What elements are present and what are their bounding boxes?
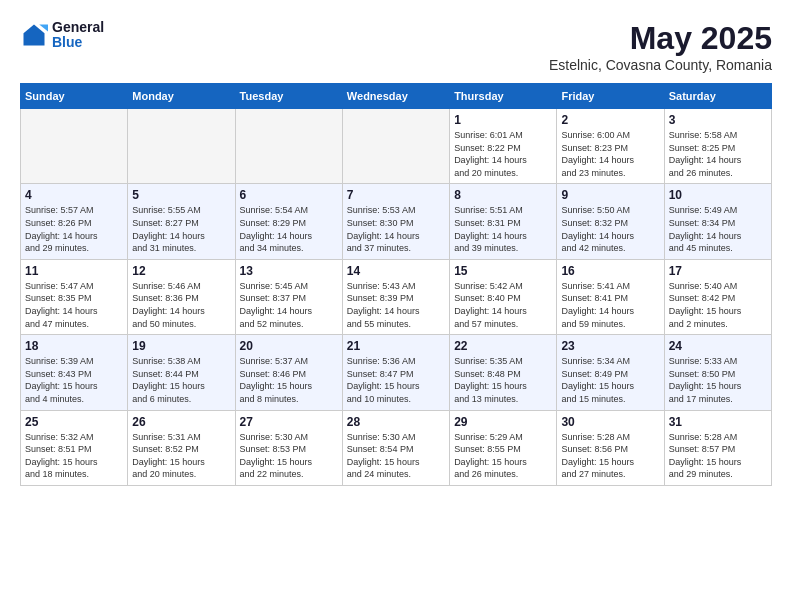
location-subtitle: Estelnic, Covasna County, Romania xyxy=(549,57,772,73)
day-info: Sunrise: 5:43 AM Sunset: 8:39 PM Dayligh… xyxy=(347,280,445,330)
calendar-cell xyxy=(235,109,342,184)
day-number: 9 xyxy=(561,188,659,202)
day-number: 26 xyxy=(132,415,230,429)
day-info: Sunrise: 5:30 AM Sunset: 8:53 PM Dayligh… xyxy=(240,431,338,481)
calendar-cell: 2Sunrise: 6:00 AM Sunset: 8:23 PM Daylig… xyxy=(557,109,664,184)
day-info: Sunrise: 5:30 AM Sunset: 8:54 PM Dayligh… xyxy=(347,431,445,481)
day-info: Sunrise: 5:41 AM Sunset: 8:41 PM Dayligh… xyxy=(561,280,659,330)
month-year-title: May 2025 xyxy=(549,20,772,57)
day-info: Sunrise: 5:50 AM Sunset: 8:32 PM Dayligh… xyxy=(561,204,659,254)
calendar-cell: 11Sunrise: 5:47 AM Sunset: 8:35 PM Dayli… xyxy=(21,259,128,334)
calendar-cell: 14Sunrise: 5:43 AM Sunset: 8:39 PM Dayli… xyxy=(342,259,449,334)
day-number: 24 xyxy=(669,339,767,353)
day-number: 17 xyxy=(669,264,767,278)
day-info: Sunrise: 5:39 AM Sunset: 8:43 PM Dayligh… xyxy=(25,355,123,405)
logo: General Blue xyxy=(20,20,104,51)
logo-general-text: General xyxy=(52,20,104,35)
logo-icon xyxy=(20,21,48,49)
day-info: Sunrise: 5:45 AM Sunset: 8:37 PM Dayligh… xyxy=(240,280,338,330)
calendar-header-wednesday: Wednesday xyxy=(342,84,449,109)
day-info: Sunrise: 6:01 AM Sunset: 8:22 PM Dayligh… xyxy=(454,129,552,179)
day-number: 1 xyxy=(454,113,552,127)
day-info: Sunrise: 5:32 AM Sunset: 8:51 PM Dayligh… xyxy=(25,431,123,481)
day-number: 7 xyxy=(347,188,445,202)
title-block: May 2025 Estelnic, Covasna County, Roman… xyxy=(549,20,772,73)
day-info: Sunrise: 5:53 AM Sunset: 8:30 PM Dayligh… xyxy=(347,204,445,254)
calendar-cell: 16Sunrise: 5:41 AM Sunset: 8:41 PM Dayli… xyxy=(557,259,664,334)
calendar-week-row: 1Sunrise: 6:01 AM Sunset: 8:22 PM Daylig… xyxy=(21,109,772,184)
day-info: Sunrise: 5:35 AM Sunset: 8:48 PM Dayligh… xyxy=(454,355,552,405)
day-info: Sunrise: 5:42 AM Sunset: 8:40 PM Dayligh… xyxy=(454,280,552,330)
day-number: 6 xyxy=(240,188,338,202)
calendar-cell: 15Sunrise: 5:42 AM Sunset: 8:40 PM Dayli… xyxy=(450,259,557,334)
day-info: Sunrise: 5:38 AM Sunset: 8:44 PM Dayligh… xyxy=(132,355,230,405)
day-info: Sunrise: 5:47 AM Sunset: 8:35 PM Dayligh… xyxy=(25,280,123,330)
calendar-cell: 3Sunrise: 5:58 AM Sunset: 8:25 PM Daylig… xyxy=(664,109,771,184)
calendar-cell: 8Sunrise: 5:51 AM Sunset: 8:31 PM Daylig… xyxy=(450,184,557,259)
calendar-cell: 31Sunrise: 5:28 AM Sunset: 8:57 PM Dayli… xyxy=(664,410,771,485)
day-info: Sunrise: 5:55 AM Sunset: 8:27 PM Dayligh… xyxy=(132,204,230,254)
calendar-header-thursday: Thursday xyxy=(450,84,557,109)
day-info: Sunrise: 5:36 AM Sunset: 8:47 PM Dayligh… xyxy=(347,355,445,405)
day-number: 14 xyxy=(347,264,445,278)
day-info: Sunrise: 5:34 AM Sunset: 8:49 PM Dayligh… xyxy=(561,355,659,405)
calendar-cell: 28Sunrise: 5:30 AM Sunset: 8:54 PM Dayli… xyxy=(342,410,449,485)
day-info: Sunrise: 5:46 AM Sunset: 8:36 PM Dayligh… xyxy=(132,280,230,330)
calendar-cell: 26Sunrise: 5:31 AM Sunset: 8:52 PM Dayli… xyxy=(128,410,235,485)
calendar-cell: 30Sunrise: 5:28 AM Sunset: 8:56 PM Dayli… xyxy=(557,410,664,485)
day-info: Sunrise: 5:31 AM Sunset: 8:52 PM Dayligh… xyxy=(132,431,230,481)
calendar-cell: 6Sunrise: 5:54 AM Sunset: 8:29 PM Daylig… xyxy=(235,184,342,259)
calendar-cell: 29Sunrise: 5:29 AM Sunset: 8:55 PM Dayli… xyxy=(450,410,557,485)
day-info: Sunrise: 5:28 AM Sunset: 8:56 PM Dayligh… xyxy=(561,431,659,481)
day-number: 22 xyxy=(454,339,552,353)
calendar-cell: 1Sunrise: 6:01 AM Sunset: 8:22 PM Daylig… xyxy=(450,109,557,184)
day-info: Sunrise: 5:37 AM Sunset: 8:46 PM Dayligh… xyxy=(240,355,338,405)
day-info: Sunrise: 5:54 AM Sunset: 8:29 PM Dayligh… xyxy=(240,204,338,254)
day-info: Sunrise: 5:58 AM Sunset: 8:25 PM Dayligh… xyxy=(669,129,767,179)
calendar-week-row: 11Sunrise: 5:47 AM Sunset: 8:35 PM Dayli… xyxy=(21,259,772,334)
calendar-cell: 19Sunrise: 5:38 AM Sunset: 8:44 PM Dayli… xyxy=(128,335,235,410)
calendar-week-row: 4Sunrise: 5:57 AM Sunset: 8:26 PM Daylig… xyxy=(21,184,772,259)
calendar-cell: 9Sunrise: 5:50 AM Sunset: 8:32 PM Daylig… xyxy=(557,184,664,259)
day-info: Sunrise: 6:00 AM Sunset: 8:23 PM Dayligh… xyxy=(561,129,659,179)
day-number: 16 xyxy=(561,264,659,278)
day-number: 2 xyxy=(561,113,659,127)
page-header: General Blue May 2025 Estelnic, Covasna … xyxy=(20,20,772,73)
day-number: 21 xyxy=(347,339,445,353)
day-number: 23 xyxy=(561,339,659,353)
calendar-cell xyxy=(128,109,235,184)
day-info: Sunrise: 5:28 AM Sunset: 8:57 PM Dayligh… xyxy=(669,431,767,481)
calendar-cell: 23Sunrise: 5:34 AM Sunset: 8:49 PM Dayli… xyxy=(557,335,664,410)
calendar-cell: 21Sunrise: 5:36 AM Sunset: 8:47 PM Dayli… xyxy=(342,335,449,410)
day-number: 13 xyxy=(240,264,338,278)
day-number: 28 xyxy=(347,415,445,429)
day-number: 4 xyxy=(25,188,123,202)
calendar-cell xyxy=(21,109,128,184)
day-number: 12 xyxy=(132,264,230,278)
calendar-header-sunday: Sunday xyxy=(21,84,128,109)
day-number: 20 xyxy=(240,339,338,353)
logo-blue-text: Blue xyxy=(52,35,104,50)
calendar-cell: 4Sunrise: 5:57 AM Sunset: 8:26 PM Daylig… xyxy=(21,184,128,259)
calendar-cell: 24Sunrise: 5:33 AM Sunset: 8:50 PM Dayli… xyxy=(664,335,771,410)
day-info: Sunrise: 5:33 AM Sunset: 8:50 PM Dayligh… xyxy=(669,355,767,405)
day-number: 31 xyxy=(669,415,767,429)
day-number: 29 xyxy=(454,415,552,429)
calendar-cell: 20Sunrise: 5:37 AM Sunset: 8:46 PM Dayli… xyxy=(235,335,342,410)
calendar-cell: 18Sunrise: 5:39 AM Sunset: 8:43 PM Dayli… xyxy=(21,335,128,410)
calendar-cell: 22Sunrise: 5:35 AM Sunset: 8:48 PM Dayli… xyxy=(450,335,557,410)
calendar-cell: 7Sunrise: 5:53 AM Sunset: 8:30 PM Daylig… xyxy=(342,184,449,259)
day-number: 18 xyxy=(25,339,123,353)
svg-marker-0 xyxy=(24,25,45,46)
calendar-cell: 12Sunrise: 5:46 AM Sunset: 8:36 PM Dayli… xyxy=(128,259,235,334)
calendar-cell: 10Sunrise: 5:49 AM Sunset: 8:34 PM Dayli… xyxy=(664,184,771,259)
day-info: Sunrise: 5:49 AM Sunset: 8:34 PM Dayligh… xyxy=(669,204,767,254)
calendar-cell xyxy=(342,109,449,184)
logo-text: General Blue xyxy=(52,20,104,51)
calendar-cell: 5Sunrise: 5:55 AM Sunset: 8:27 PM Daylig… xyxy=(128,184,235,259)
calendar-header-row: SundayMondayTuesdayWednesdayThursdayFrid… xyxy=(21,84,772,109)
calendar-week-row: 18Sunrise: 5:39 AM Sunset: 8:43 PM Dayli… xyxy=(21,335,772,410)
day-info: Sunrise: 5:57 AM Sunset: 8:26 PM Dayligh… xyxy=(25,204,123,254)
day-info: Sunrise: 5:29 AM Sunset: 8:55 PM Dayligh… xyxy=(454,431,552,481)
calendar-table: SundayMondayTuesdayWednesdayThursdayFrid… xyxy=(20,83,772,486)
